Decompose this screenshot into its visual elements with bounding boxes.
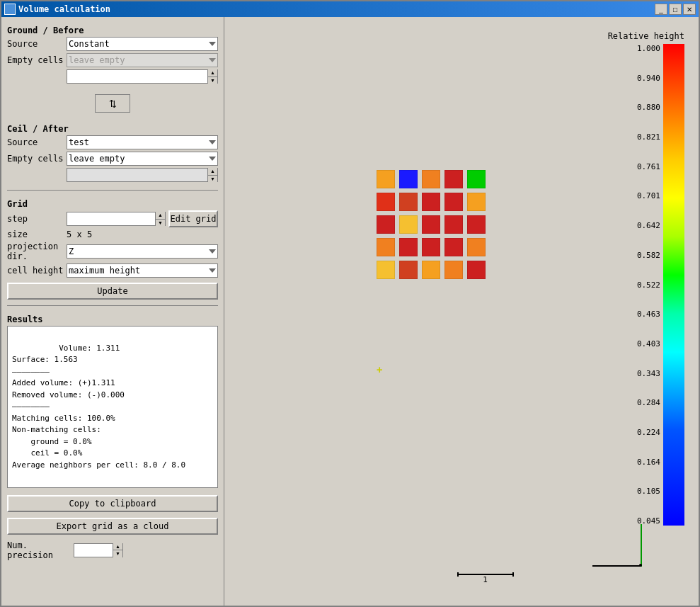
scale-label: 1 xyxy=(483,575,488,584)
legend-label: 0.701 xyxy=(637,191,660,200)
grid-cell xyxy=(399,238,418,256)
export-grid-button[interactable]: Export grid as a cloud xyxy=(7,518,218,535)
legend-label: 0.403 xyxy=(637,339,660,348)
grid-cell xyxy=(444,261,463,279)
legend-gradient xyxy=(663,44,684,526)
results-section: Results Volume: 1.311 Surface: 1.563 ———… xyxy=(7,312,218,488)
grid-cell xyxy=(422,170,440,188)
precision-spin-down[interactable]: ▼ xyxy=(113,550,122,557)
axis-corner-dot xyxy=(639,564,642,567)
legend-label: 0.940 xyxy=(637,74,660,83)
grid-proj-select[interactable]: Z xyxy=(67,244,218,259)
grid-size-label: size xyxy=(7,229,64,239)
grid-row xyxy=(377,170,486,188)
ceil-source-label: Source xyxy=(7,137,64,147)
grid-cell xyxy=(422,193,440,211)
window-title: Volume calculation xyxy=(18,4,655,14)
legend-label: 0.105 xyxy=(637,487,660,496)
grid-cell xyxy=(444,193,463,211)
grid-cellheight-row: cell height maximum height xyxy=(7,263,218,278)
ground-empty-cells-select[interactable]: leave empty xyxy=(67,53,218,67)
ceil-source-select[interactable]: test xyxy=(67,135,218,149)
grid-cell xyxy=(444,215,463,234)
ceil-source-row: Source test xyxy=(7,135,218,149)
ground-spin-up[interactable]: ▲ xyxy=(208,69,217,77)
copy-to-clipboard-button[interactable]: Copy to clipboard xyxy=(7,495,218,512)
legend-label: 0.284 xyxy=(637,398,660,407)
precision-spin-up[interactable]: ▲ xyxy=(113,543,122,551)
grid-cell xyxy=(444,170,463,188)
title-bar: Volume calculation _ □ ✕ xyxy=(1,1,699,17)
ceil-value-input[interactable]: 0.000000 xyxy=(67,169,207,181)
grid-cell xyxy=(467,193,486,211)
grid-cell xyxy=(422,261,440,279)
scale-bar: 1 xyxy=(457,574,514,584)
ground-value-spinner: 0.000000 ▲ ▼ xyxy=(67,69,218,84)
ground-spin-down[interactable]: ▼ xyxy=(208,77,217,84)
legend-scale: 1.0000.9400.8800.8210.7610.7010.6420.582… xyxy=(637,44,684,526)
maximize-button[interactable]: □ xyxy=(669,4,682,15)
grid-cell xyxy=(377,193,395,211)
legend-label: 0.761 xyxy=(637,162,660,171)
scale-line xyxy=(457,574,514,575)
legend-label: 0.642 xyxy=(637,221,660,230)
content-area: Ground / Before Source Constant Empty ce… xyxy=(1,17,699,606)
legend-label: 1.000 xyxy=(637,44,660,53)
axis-y-line xyxy=(641,524,642,567)
grid-row xyxy=(377,238,486,256)
close-button[interactable]: ✕ xyxy=(683,4,696,15)
ground-empty-cells-row: Empty cells leave empty xyxy=(7,53,218,67)
num-precision-label: Num. precision xyxy=(7,540,71,560)
edit-grid-button[interactable]: Edit grid xyxy=(168,210,218,227)
results-box: Volume: 1.311 Surface: 1.563 ———————— Ad… xyxy=(7,326,218,488)
grid-row xyxy=(377,193,486,211)
main-window: Volume calculation _ □ ✕ Ground / Before… xyxy=(0,0,700,607)
step-spin-down[interactable]: ▼ xyxy=(156,220,165,227)
ceil-section: Ceil / After Source test Empty cells lea… xyxy=(7,121,218,184)
grid-step-input[interactable]: 0.250000 xyxy=(67,212,155,225)
ceil-empty-cells-label: Empty cells xyxy=(7,154,64,164)
minimize-button[interactable]: _ xyxy=(655,4,667,15)
legend-label: 0.582 xyxy=(637,251,660,260)
grid-visualization xyxy=(377,170,486,283)
grid-cellheight-select[interactable]: maximum height xyxy=(67,263,218,278)
step-spin-buttons: ▲ ▼ xyxy=(155,212,165,226)
grid-cell xyxy=(377,238,395,256)
legend-label: 0.522 xyxy=(637,280,660,290)
grid-cell xyxy=(444,238,463,256)
ground-empty-cells-label: Empty cells xyxy=(7,55,64,65)
grid-cell xyxy=(399,215,418,234)
axis-x-line xyxy=(592,565,642,567)
grid-cell xyxy=(467,170,486,188)
grid-step-row: step 0.250000 ▲ ▼ Edit grid xyxy=(7,210,218,227)
step-spin-up[interactable]: ▲ xyxy=(156,212,165,220)
grid-cell xyxy=(467,215,486,234)
scale-tick-left xyxy=(457,572,459,577)
ground-value-input[interactable]: 0.000000 xyxy=(67,70,207,83)
num-precision-row: Num. precision 3 ▲ ▼ xyxy=(7,540,218,560)
grid-cell xyxy=(422,215,440,234)
ceil-spin-buttons: ▲ ▼ xyxy=(207,168,217,182)
grid-cell xyxy=(399,261,418,279)
ceil-empty-cells-select[interactable]: leave empty xyxy=(67,152,218,166)
title-bar-buttons: _ □ ✕ xyxy=(655,4,696,15)
swap-button[interactable]: ⇅ xyxy=(95,94,130,113)
color-legend: Relative height 1.0000.9400.8800.8210.76… xyxy=(608,31,684,526)
swap-icon: ⇅ xyxy=(109,98,117,109)
ceil-empty-cells-row: Empty cells leave empty xyxy=(7,152,218,166)
ceil-section-label: Ceil / After xyxy=(7,124,218,134)
results-content: Volume: 1.311 Surface: 1.563 ———————— Ad… xyxy=(12,344,185,470)
ground-section-label: Ground / Before xyxy=(7,25,218,35)
ground-source-select[interactable]: Constant xyxy=(67,37,218,51)
grid-row xyxy=(377,215,486,234)
left-panel: Ground / Before Source Constant Empty ce… xyxy=(1,17,224,606)
grid-cell xyxy=(399,193,418,211)
legend-labels: 1.0000.9400.8800.8210.7610.7010.6420.582… xyxy=(637,44,660,526)
ceil-spin-down[interactable]: ▼ xyxy=(208,176,217,183)
legend-label: 0.224 xyxy=(637,428,660,437)
ground-spin-buttons: ▲ ▼ xyxy=(207,69,217,84)
num-precision-input[interactable]: 3 xyxy=(74,544,113,557)
ground-section: Ground / Before Source Constant Empty ce… xyxy=(7,23,218,86)
ceil-spin-up[interactable]: ▲ xyxy=(208,168,217,176)
update-button[interactable]: Update xyxy=(7,283,218,300)
